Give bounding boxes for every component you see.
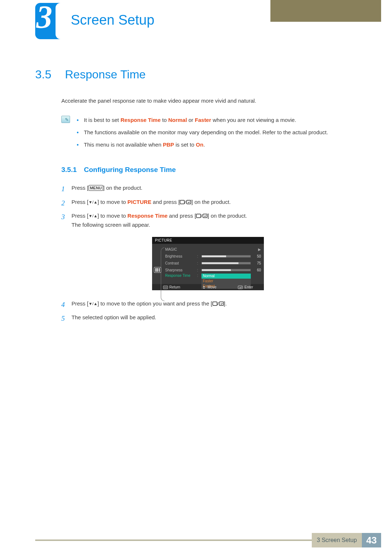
svg-rect-0 <box>180 200 184 204</box>
osd-option: Normal <box>201 274 251 279</box>
osd-slider <box>201 269 251 271</box>
bullet-icon: ● <box>77 128 79 137</box>
note-item: It is best to set Response Time to Norma… <box>84 116 296 124</box>
osd-title: PICTURE <box>152 237 264 244</box>
osd-slider <box>201 262 251 264</box>
step-text: Press [MENU] on the product. <box>72 183 355 195</box>
step-number: 5 <box>61 313 66 324</box>
step-number: 3 <box>61 211 66 230</box>
subsection-number: 3.5.1 <box>61 166 77 174</box>
note-item: The functions available on the monitor m… <box>84 128 328 137</box>
osd-item-label: Brightness <box>165 254 195 258</box>
svg-rect-2 <box>187 200 191 204</box>
section-title: Response Time <box>65 68 146 81</box>
svg-rect-11 <box>213 302 217 305</box>
osd-slider <box>201 255 251 258</box>
svg-rect-5 <box>203 214 207 218</box>
note-item: This menu is not available when PBP is s… <box>84 140 205 149</box>
osd-item-label: MAGIC <box>165 247 195 251</box>
step-text: Press [▼/▲] to move to PICTURE and press… <box>72 197 355 209</box>
section-number: 3.5 <box>35 68 56 81</box>
bullet-icon: ● <box>77 140 79 149</box>
enter-button-icon: / <box>196 213 208 218</box>
page-number: 43 <box>362 533 381 547</box>
subsection-title: Configuring Response Time <box>84 166 176 174</box>
footer-chapter-label: 3 Screen Setup <box>312 533 362 547</box>
menu-button-icon: MENU <box>89 185 103 191</box>
chapter-tab: 3 <box>35 3 61 39</box>
osd-option: Faster <box>201 279 251 284</box>
enter-button-icon: / <box>212 301 224 306</box>
osd-value: 50 <box>253 254 261 258</box>
submenu-arrow-icon: ▶ <box>258 247 261 251</box>
down-up-icon: ▼/▲ <box>89 213 98 219</box>
section-intro: Accelerate the panel response rate to ma… <box>61 97 355 105</box>
chapter-title: Screen Setup <box>71 12 154 28</box>
chapter-number: 3 <box>36 0 52 35</box>
bullet-icon: ● <box>77 116 79 124</box>
note-block: ✎ ● It is best to set Response Time to N… <box>61 116 355 153</box>
picture-category-icon <box>154 267 161 273</box>
svg-text:/: / <box>201 214 203 218</box>
down-up-icon: ▼/▲ <box>89 199 98 206</box>
note-icon: ✎ <box>61 116 70 123</box>
osd-screenshot: PICTURE MAGIC ▶ Brightness : <box>152 237 264 290</box>
step-text: The selected option will be applied. <box>72 313 355 324</box>
step-number: 2 <box>61 197 66 209</box>
osd-bracket-icon <box>161 247 164 301</box>
step-number: 1 <box>61 183 66 195</box>
osd-item-label: Contrast <box>165 261 195 265</box>
down-up-icon: ▼/▲ <box>89 300 98 307</box>
osd-item-label: Sharpness <box>165 268 195 272</box>
osd-item-label: Response Time <box>165 274 195 278</box>
enter-button-icon: / <box>180 200 191 205</box>
svg-text:/: / <box>185 200 186 204</box>
svg-text:/: / <box>217 301 219 306</box>
osd-value: 60 <box>253 268 261 272</box>
osd-return-hint: Return <box>163 285 180 289</box>
decorative-top-band <box>270 0 381 22</box>
svg-rect-3 <box>196 214 201 218</box>
step-text: Press [▼/▲] to move to Response Time and… <box>72 211 355 230</box>
step-number: 4 <box>61 299 66 311</box>
step-text: Press [▼/▲] to move to the option you wa… <box>72 299 355 311</box>
osd-value: 75 <box>253 261 261 265</box>
svg-rect-13 <box>219 302 224 305</box>
osd-footer: Return Move Enter <box>152 284 264 290</box>
page-footer: 3 Screen Setup 43 <box>35 533 381 547</box>
osd-move-hint: Move <box>202 285 216 289</box>
footer-rule <box>35 539 312 541</box>
osd-enter-hint: Enter <box>238 285 253 289</box>
